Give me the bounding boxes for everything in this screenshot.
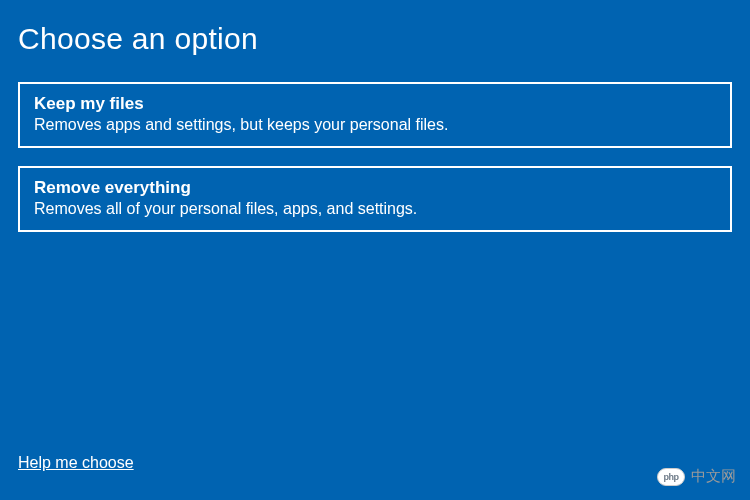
options-list: Keep my files Removes apps and settings,… [0, 82, 750, 232]
option-remove-everything[interactable]: Remove everything Removes all of your pe… [18, 166, 732, 232]
watermark-text: 中文网 [691, 467, 736, 486]
php-logo-icon: php [657, 468, 685, 486]
option-keep-my-files[interactable]: Keep my files Removes apps and settings,… [18, 82, 732, 148]
option-description: Removes apps and settings, but keeps you… [34, 116, 716, 134]
watermark: php 中文网 [657, 467, 736, 486]
option-description: Removes all of your personal files, apps… [34, 200, 716, 218]
help-me-choose-link[interactable]: Help me choose [18, 454, 134, 472]
option-title: Remove everything [34, 178, 716, 198]
page-title: Choose an option [0, 0, 750, 82]
option-title: Keep my files [34, 94, 716, 114]
